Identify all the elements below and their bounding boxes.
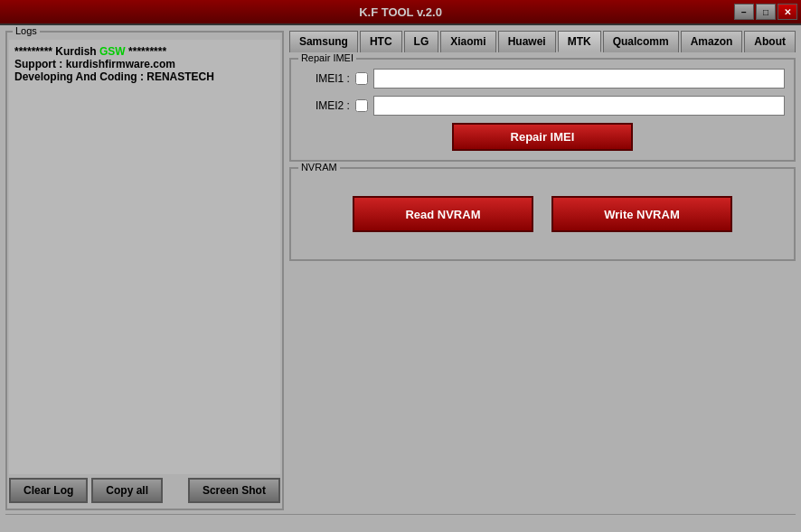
tab-samsung[interactable]: Samsung [289, 31, 358, 52]
nvram-label: NVRAM [298, 162, 340, 173]
close-button[interactable]: ✕ [777, 4, 797, 20]
imei1-row: IMEI1 : [300, 69, 785, 89]
logs-label: Logs [13, 25, 40, 36]
imei2-label: IMEI2 : [300, 99, 350, 112]
read-nvram-button[interactable]: Read NVRAM [353, 196, 533, 232]
clear-log-button[interactable]: Clear Log [9, 478, 88, 503]
imei1-label: IMEI1 : [300, 72, 350, 85]
logs-line3: Developing And Coding : RENASTECH [14, 70, 275, 83]
tab-amazon[interactable]: Amazon [681, 31, 743, 52]
write-nvram-button[interactable]: Write NVRAM [551, 196, 732, 232]
imei2-input[interactable] [373, 96, 785, 116]
imei1-checkbox[interactable] [355, 72, 368, 85]
title-bar: K.F TOOL v.2.0 − □ ✕ [0, 0, 801, 25]
content-area: Logs ********* Kurdish GSW ********* Sup… [5, 31, 796, 510]
minimize-button[interactable]: − [734, 4, 754, 20]
nvram-group: NVRAM Read NVRAM Write NVRAM [289, 167, 796, 261]
logs-panel: Logs ********* Kurdish GSW ********* Sup… [5, 31, 284, 510]
tab-bar: SamsungHTCLGXiaomiHuaweiMTKQualcommAmazo… [289, 31, 796, 52]
logs-content: ********* Kurdish GSW ********* Support … [9, 40, 280, 474]
imei2-row: IMEI2 : [300, 96, 785, 116]
tab-huawei[interactable]: Huawei [498, 31, 556, 52]
tab-qualcomm[interactable]: Qualcomm [603, 31, 679, 52]
imei1-input[interactable] [373, 69, 785, 89]
logs-line2: Support : kurdishfirmware.com [14, 58, 275, 70]
copy-all-button[interactable]: Copy all [91, 478, 163, 503]
tab-xiaomi[interactable]: Xiaomi [440, 31, 495, 52]
maximize-button[interactable]: □ [756, 4, 776, 20]
tab-lg[interactable]: LG [404, 31, 439, 52]
main-container: Logs ********* Kurdish GSW ********* Sup… [0, 25, 801, 532]
logs-line1: ********* Kurdish GSW ********* [14, 45, 275, 58]
right-panel: SamsungHTCLGXiaomiHuaweiMTKQualcommAmazo… [289, 31, 796, 510]
tab-about[interactable]: About [744, 31, 796, 52]
nvram-buttons: Read NVRAM Write NVRAM [300, 178, 785, 250]
tab-htc[interactable]: HTC [360, 31, 402, 52]
screenshot-button[interactable]: Screen Shot [188, 478, 280, 503]
repair-btn-row: Repair IMEI [300, 123, 785, 151]
repair-imei-group: Repair IMEI IMEI1 : IMEI2 : Repair IMEI [289, 58, 796, 162]
tab-mtk[interactable]: MTK [558, 31, 601, 52]
imei2-checkbox[interactable] [355, 99, 368, 112]
window-controls: − □ ✕ [734, 4, 797, 20]
repair-imei-button[interactable]: Repair IMEI [452, 123, 633, 151]
log-bottom-buttons: Clear Log Copy all Screen Shot [9, 474, 280, 507]
app-title: K.F TOOL v.2.0 [359, 5, 442, 19]
bottom-scrollbar [5, 514, 796, 527]
repair-imei-label: Repair IMEI [298, 52, 356, 63]
